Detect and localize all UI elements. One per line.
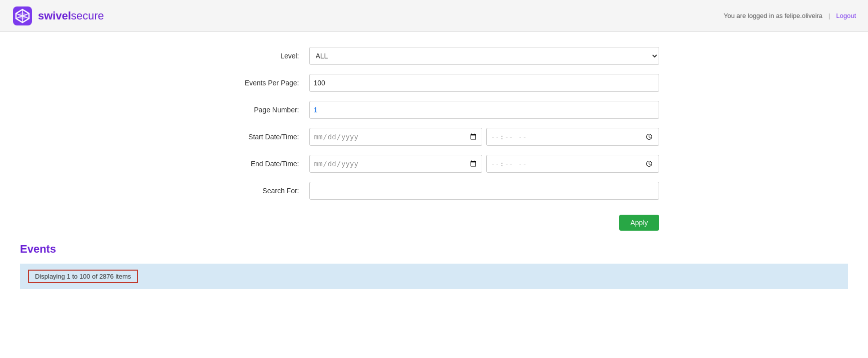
start-datetime-group <box>309 128 659 146</box>
logo-swivel: swivel <box>38 9 71 22</box>
apply-button[interactable]: Apply <box>619 215 659 231</box>
table-info-bar: Displaying 1 to 100 of 2876 items <box>20 264 848 289</box>
page-number-row: Page Number: <box>209 101 659 119</box>
page-number-label: Page Number: <box>209 106 309 114</box>
page-number-input[interactable] <box>309 101 659 119</box>
level-select[interactable]: ALL INFO WARNING ERROR <box>309 47 659 65</box>
end-date-input[interactable] <box>309 155 482 173</box>
search-for-row: Search For: <box>209 182 659 200</box>
events-section: Events Displaying 1 to 100 of 2876 items <box>20 243 848 289</box>
events-per-page-row: Events Per Page: <box>209 74 659 92</box>
start-datetime-label: Start Date/Time: <box>209 133 309 141</box>
logo-area: swivelsecure <box>12 5 104 26</box>
apply-row: Apply <box>209 215 659 231</box>
logout-link[interactable]: Logout <box>836 12 856 19</box>
main-content: Level: ALL INFO WARNING ERROR Events Per… <box>0 32 868 358</box>
end-datetime-group <box>309 155 659 173</box>
logo-secure: secure <box>71 9 104 22</box>
separator: | <box>829 12 830 19</box>
search-for-input[interactable] <box>309 182 659 200</box>
end-datetime-label: End Date/Time: <box>209 160 309 168</box>
events-per-page-label: Events Per Page: <box>209 79 309 87</box>
events-title: Events <box>20 243 848 256</box>
start-time-input[interactable] <box>486 128 659 146</box>
form-section: Level: ALL INFO WARNING ERROR Events Per… <box>209 47 659 200</box>
start-date-input[interactable] <box>309 128 482 146</box>
header: swivelsecure You are logged in as felipe… <box>0 0 868 32</box>
logo-text: swivelsecure <box>38 9 104 22</box>
header-right: You are logged in as felipe.oliveira | L… <box>724 12 856 19</box>
start-datetime-row: Start Date/Time: <box>209 128 659 146</box>
events-per-page-input[interactable] <box>309 74 659 92</box>
logo-icon <box>12 5 33 26</box>
end-time-input[interactable] <box>486 155 659 173</box>
displaying-text: Displaying 1 to 100 of 2876 items <box>28 270 138 283</box>
end-datetime-row: End Date/Time: <box>209 155 659 173</box>
login-status: You are logged in as felipe.oliveira <box>724 12 823 19</box>
search-for-label: Search For: <box>209 187 309 195</box>
level-row: Level: ALL INFO WARNING ERROR <box>209 47 659 65</box>
level-label: Level: <box>209 52 309 60</box>
